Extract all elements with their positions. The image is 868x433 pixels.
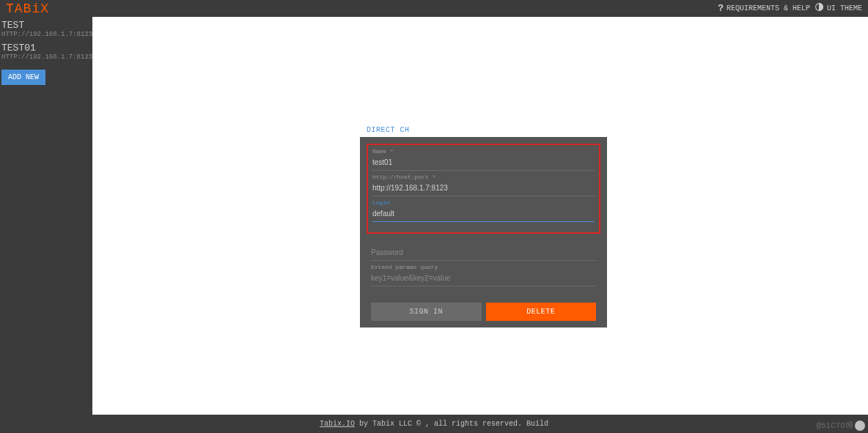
host-label: http://host:port *	[372, 174, 595, 180]
connection-item[interactable]: TEST HTTP://192.168.1.7:8123	[1, 20, 91, 38]
footer-rest: by Tabix LLC © , all rights reserved. Bu…	[355, 420, 548, 428]
connection-url: HTTP://192.168.1.7:8123	[1, 53, 91, 61]
extend-field-wrapper: Extend params query	[371, 264, 596, 286]
watermark: @51CTO博	[816, 420, 865, 431]
ui-theme-link[interactable]: UI THEME	[814, 2, 862, 15]
sign-in-button[interactable]: SIGN IN	[371, 303, 482, 321]
host-input[interactable]	[372, 184, 595, 192]
theme-label: UI THEME	[827, 4, 862, 12]
delete-button[interactable]: DELETE	[486, 303, 597, 321]
outer-fields: Extend params query SIGN IN DELETE	[367, 238, 600, 321]
connection-item[interactable]: TEST01 HTTP://192.168.1.7:8123	[1, 42, 91, 61]
add-new-button[interactable]: ADD NEW	[1, 70, 45, 85]
top-header: TABiX ? REQUIREMENTS & HELP UI THEME	[0, 0, 868, 17]
footer-text: Tabix.IO by Tabix LLC © , all rights res…	[320, 420, 548, 428]
footer: Tabix.IO by Tabix LLC © , all rights res…	[0, 415, 868, 433]
main-content: DIRECT CH Name * http://host:port * Logi…	[92, 17, 868, 415]
host-field-wrapper: http://host:port *	[372, 174, 595, 196]
name-input[interactable]	[372, 158, 595, 166]
theme-icon	[814, 2, 824, 15]
extend-input[interactable]	[371, 274, 596, 282]
watermark-text: @51CTO博	[816, 420, 853, 431]
extend-label: Extend params query	[371, 264, 596, 270]
connection-name: TEST	[1, 20, 91, 31]
name-label: Name *	[372, 148, 595, 155]
footer-link[interactable]: Tabix.IO	[320, 420, 355, 428]
button-row: SIGN IN DELETE	[371, 303, 596, 321]
connection-url: HTTP://192.168.1.7:8123	[1, 31, 91, 38]
github-icon	[855, 421, 865, 431]
login-label: Login	[372, 199, 595, 206]
tab-bar: DIRECT CH	[367, 122, 410, 136]
login-input[interactable]	[372, 210, 595, 218]
app-logo: TABiX	[6, 1, 49, 16]
sidebar: TEST HTTP://192.168.1.7:8123 TEST01 HTTP…	[0, 17, 92, 415]
password-input[interactable]	[371, 248, 596, 256]
header-right: ? REQUIREMENTS & HELP UI THEME	[718, 2, 862, 15]
help-icon: ?	[718, 3, 724, 14]
password-field-wrapper	[371, 238, 596, 261]
highlight-box: Name * http://host:port * Login	[367, 144, 600, 234]
requirements-label: REQUIREMENTS & HELP	[727, 4, 810, 12]
login-card: Name * http://host:port * Login Extend p…	[360, 137, 607, 327]
name-field-wrapper: Name *	[372, 148, 595, 171]
requirements-help-link[interactable]: ? REQUIREMENTS & HELP	[718, 3, 810, 14]
tab-direct-ch[interactable]: DIRECT CH	[367, 126, 410, 134]
login-field-wrapper: Login	[372, 199, 595, 222]
connection-name: TEST01	[1, 42, 91, 53]
